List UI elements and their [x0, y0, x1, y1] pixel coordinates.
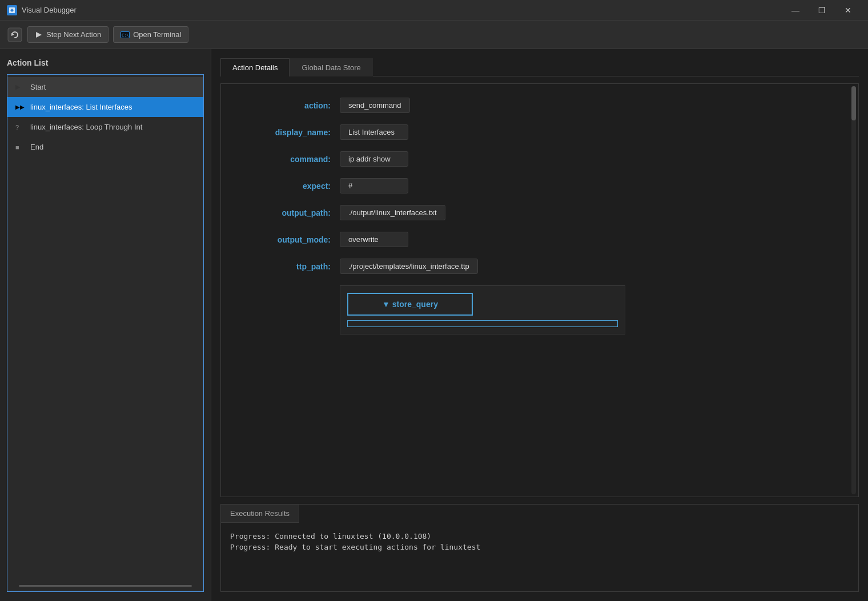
details-scrollbar-track[interactable]	[851, 86, 856, 494]
detail-row-output-path: output_path: ./output/linux_interfaces.t…	[239, 205, 840, 220]
execution-results-tab[interactable]: Execution Results	[221, 505, 858, 523]
window-title: Visual Debugger	[22, 6, 77, 14]
store-query-section: ▼ store_query	[340, 285, 625, 334]
action-item-list-interfaces-label: linux_interfaces: List Interfaces	[30, 103, 132, 111]
window-controls: — ❐ ✕	[782, 0, 861, 21]
step-next-button[interactable]: Step Next Action	[27, 26, 108, 43]
svg-text:C:\: C:\	[122, 33, 129, 38]
output-path-value: ./output/linux_interfaces.txt	[340, 205, 445, 220]
open-terminal-button[interactable]: C:\ Open Terminal	[113, 26, 188, 43]
output-path-key: output_path:	[239, 205, 331, 217]
output-mode-key: output_mode:	[239, 232, 331, 244]
execution-tab-label: Execution Results	[221, 505, 299, 523]
maximize-button[interactable]: ❐	[809, 0, 835, 21]
detail-row-action: action: send_command	[239, 98, 840, 113]
left-panel: Action List ▶ Start ▶▶ linux_interfaces:…	[0, 49, 211, 601]
toolbar: Step Next Action C:\ Open Terminal	[0, 21, 868, 49]
tab-action-details[interactable]: Action Details	[220, 58, 290, 76]
reset-button[interactable]	[7, 27, 23, 43]
tabs-container: Action Details Global Data Store	[220, 58, 859, 76]
step-next-label: Step Next Action	[46, 30, 101, 39]
action-item-end[interactable]: ■ End	[7, 137, 203, 157]
output-mode-value: overwrite	[340, 232, 408, 247]
tab-global-data-store[interactable]: Global Data Store	[290, 58, 372, 76]
ttp-path-value: ./project/templates/linux_interface.ttp	[340, 259, 478, 274]
open-terminal-label: Open Terminal	[133, 30, 181, 39]
svg-marker-3	[36, 32, 42, 38]
action-item-start-label: Start	[30, 83, 46, 91]
list-interfaces-icon: ▶▶	[15, 104, 25, 110]
execution-line-1: Progress: Connected to linuxtest (10.0.0…	[230, 532, 849, 541]
expect-value: #	[340, 178, 408, 193]
list-scrollbar	[19, 585, 192, 587]
titlebar: Visual Debugger — ❐ ✕	[0, 0, 868, 21]
execution-section: Execution Results Progress: Connected to…	[220, 504, 859, 592]
right-panel: Action Details Global Data Store action:…	[211, 49, 868, 601]
action-item-list-interfaces[interactable]: ▶▶ linux_interfaces: List Interfaces	[7, 97, 203, 117]
command-key: command:	[239, 151, 331, 164]
detail-row-output-mode: output_mode: overwrite	[239, 232, 840, 247]
action-item-loop-interfaces[interactable]: ? linux_interfaces: Loop Through Int	[7, 117, 203, 137]
close-button[interactable]: ✕	[835, 0, 861, 21]
action-value: send_command	[340, 98, 410, 113]
action-list-container: ▶ Start ▶▶ linux_interfaces: List Interf…	[7, 74, 204, 592]
display-name-key: display_name:	[239, 124, 331, 137]
main-layout: Action List ▶ Start ▶▶ linux_interfaces:…	[0, 49, 868, 601]
execution-content: Progress: Connected to linuxtest (10.0.0…	[221, 523, 858, 591]
display-name-value: List Interfaces	[340, 124, 408, 140]
expect-key: expect:	[239, 178, 331, 191]
action-item-end-label: End	[30, 143, 43, 151]
detail-row-command: command: ip addr show	[239, 151, 840, 167]
details-scrollbar-thumb[interactable]	[851, 86, 856, 120]
app-icon	[7, 5, 17, 15]
detail-row-ttp-path: ttp_path: ./project/templates/linux_inte…	[239, 259, 840, 274]
action-item-loop-interfaces-label: linux_interfaces: Loop Through Int	[30, 123, 142, 131]
end-icon: ■	[15, 144, 25, 151]
execution-line-2: Progress: Ready to start executing actio…	[230, 543, 849, 551]
details-panel: action: send_command display_name: List …	[220, 83, 859, 497]
detail-row-expect: expect: #	[239, 178, 840, 193]
svg-rect-1	[8, 28, 22, 42]
action-list-title: Action List	[7, 58, 204, 67]
ttp-path-key: ttp_path:	[239, 259, 331, 271]
start-icon: ▶	[15, 83, 25, 91]
action-key: action:	[239, 98, 331, 110]
loop-interfaces-icon: ?	[15, 124, 25, 131]
detail-row-display-name: display_name: List Interfaces	[239, 124, 840, 140]
minimize-button[interactable]: —	[782, 0, 809, 21]
store-query-button[interactable]: ▼ store_query	[347, 293, 473, 316]
command-value: ip addr show	[340, 151, 408, 167]
action-item-start[interactable]: ▶ Start	[7, 77, 203, 97]
